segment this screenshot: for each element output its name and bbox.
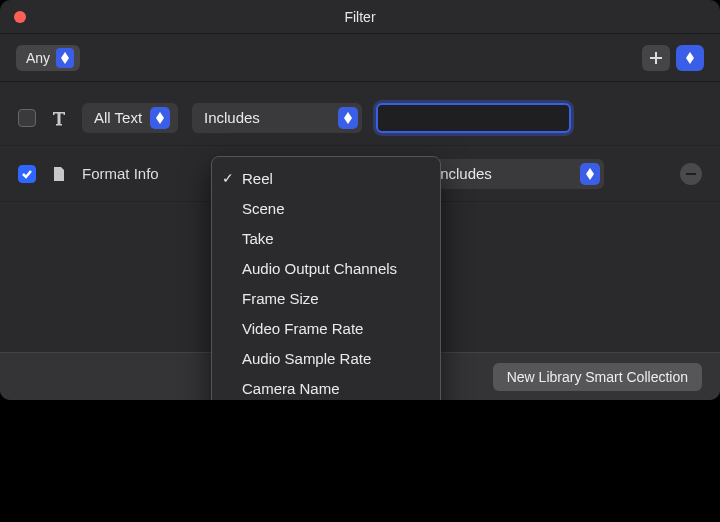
match-popup[interactable]: Any	[16, 45, 80, 71]
button-label: New Library Smart Collection	[507, 369, 688, 385]
menu-item-reel[interactable]: ✓Reel	[212, 163, 440, 193]
menu-item-audio-sample-rate[interactable]: Audio Sample Rate	[212, 343, 440, 373]
format-property-menu[interactable]: ✓Reel Scene Take Audio Output Channels F…	[211, 156, 441, 400]
window-title: Filter	[344, 9, 375, 25]
remove-rule-button[interactable]	[680, 163, 702, 185]
format-info-label: Format Info	[82, 165, 180, 182]
svg-rect-2	[686, 173, 696, 175]
menu-item-frame-size[interactable]: Frame Size	[212, 283, 440, 313]
updown-icon	[150, 107, 170, 129]
updown-icon	[338, 107, 358, 129]
svg-rect-1	[650, 57, 662, 59]
new-smart-collection-button[interactable]: New Library Smart Collection	[493, 363, 702, 391]
add-rule-button[interactable]	[642, 45, 670, 71]
window-controls	[14, 11, 26, 23]
format-condition-label: Includes	[436, 165, 572, 182]
text-value-input[interactable]	[376, 103, 571, 133]
menu-item-camera-name[interactable]: Camera Name	[212, 373, 440, 400]
check-icon: ✓	[222, 170, 234, 186]
menu-item-video-frame-rate[interactable]: Video Frame Rate	[212, 313, 440, 343]
rule-type-popup[interactable]	[676, 45, 704, 71]
close-window-button[interactable]	[14, 11, 26, 23]
text-condition-select[interactable]: Includes	[192, 103, 362, 133]
titlebar: Filter	[0, 0, 720, 34]
rule-row-text: All Text Includes	[0, 90, 720, 146]
menu-item-scene[interactable]: Scene	[212, 193, 440, 223]
text-field-select[interactable]: All Text	[82, 103, 178, 133]
menu-item-audio-output-channels[interactable]: Audio Output Channels	[212, 253, 440, 283]
toolbar: Any	[0, 34, 720, 82]
rule-enabled-checkbox[interactable]	[18, 165, 36, 183]
updown-icon	[681, 48, 699, 68]
rule-enabled-checkbox[interactable]	[18, 109, 36, 127]
updown-icon	[580, 163, 600, 185]
text-condition-label: Includes	[204, 109, 330, 126]
document-icon	[50, 165, 68, 183]
format-condition-select[interactable]: Includes	[424, 159, 604, 189]
updown-icon	[56, 48, 74, 68]
text-icon	[50, 109, 68, 127]
match-popup-label: Any	[26, 50, 50, 66]
filter-window: Filter Any All Text	[0, 0, 720, 400]
menu-item-take[interactable]: Take	[212, 223, 440, 253]
text-field-label: All Text	[94, 109, 142, 126]
